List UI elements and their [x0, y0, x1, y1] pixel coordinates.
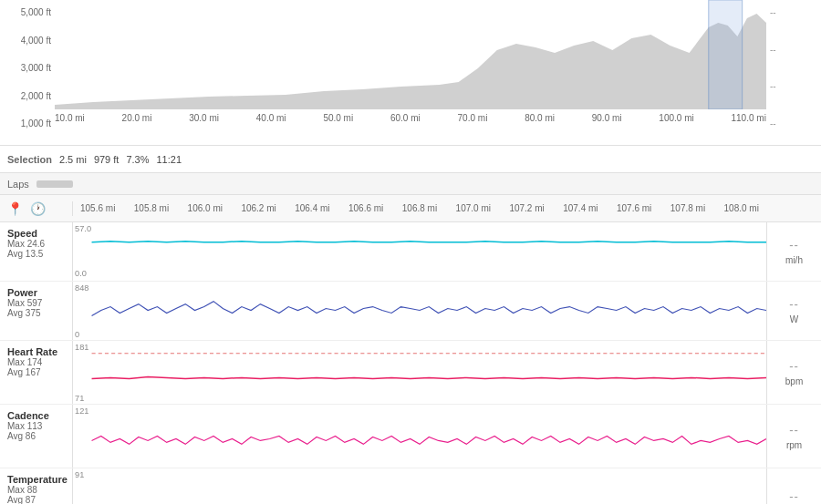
- temp-label: Temperature Max 88 Avg 87: [0, 468, 73, 504]
- y-label-4: 1,000 ft: [4, 118, 51, 129]
- legend-2: --: [770, 81, 814, 91]
- power-unit: W: [790, 314, 798, 324]
- cadence-avg: Avg 86: [7, 431, 65, 441]
- laps-progress-bar: [36, 180, 73, 188]
- speed-title: Speed: [7, 228, 65, 239]
- hr-right: -- bpm: [766, 341, 821, 404]
- dx-8: 107.2 mi: [509, 203, 544, 213]
- dx-9: 107.4 mi: [563, 203, 598, 213]
- dx-5: 106.6 mi: [348, 203, 383, 213]
- speed-dash: --: [789, 238, 799, 252]
- y-label-3: 2,000 ft: [4, 91, 51, 101]
- power-title: Power: [7, 287, 65, 298]
- overview-x-axis: 10.0 mi 20.0 mi 30.0 mi 40.0 mi 50.0 mi …: [55, 111, 766, 123]
- legend-3: --: [770, 118, 814, 129]
- x-label-0: 10.0 mi: [55, 113, 85, 123]
- laps-bar: Laps: [0, 173, 821, 195]
- y-label-2: 3,000 ft: [4, 63, 51, 73]
- svg-rect-1: [709, 0, 743, 109]
- selection-time: 11:21: [156, 154, 182, 165]
- x-label-7: 80.0 mi: [525, 113, 555, 123]
- detail-header: 📍 🕐 105.6 mi 105.8 mi 106.0 mi 106.2 mi …: [0, 195, 821, 222]
- x-label-2: 30.0 mi: [189, 113, 219, 123]
- speed-row: Speed Max 24.6 Avg 13.5 57.0 0.0 -- mi/h: [0, 222, 821, 282]
- overview-section: 5,000 ft 4,000 ft 3,000 ft 2,000 ft 1,00…: [0, 0, 821, 146]
- cadence-plot: 121: [73, 405, 766, 468]
- x-label-5: 60.0 mi: [390, 113, 421, 123]
- dx-7: 107.0 mi: [456, 203, 491, 213]
- svg-text:181: 181: [75, 343, 88, 352]
- detail-x-axis: 105.6 mi 105.8 mi 106.0 mi 106.2 mi 106.…: [73, 203, 766, 213]
- power-label: Power Max 597 Avg 375: [0, 282, 73, 340]
- svg-text:71: 71: [75, 394, 84, 403]
- hr-plot: 181 71: [73, 341, 766, 404]
- overview-right-legend: -- -- -- --: [766, 0, 821, 145]
- legend-0: --: [770, 7, 814, 17]
- dx-2: 106.0 mi: [188, 203, 223, 213]
- speed-y-bottom: 0.0: [75, 269, 87, 278]
- speed-max: Max 24.6: [7, 239, 65, 249]
- speed-unit: mi/h: [785, 255, 803, 265]
- dx-1: 105.8 mi: [134, 203, 169, 213]
- x-label-6: 70.0 mi: [458, 113, 488, 123]
- speed-plot: 57.0 0.0: [73, 222, 766, 281]
- temp-title: Temperature: [7, 474, 65, 485]
- selection-bar: Selection 2.5 mi 979 ft 7.3% 11:21: [0, 146, 821, 173]
- hr-max: Max 174: [7, 357, 65, 367]
- x-label-9: 100.0 mi: [659, 113, 693, 123]
- temp-max: Max 88: [7, 485, 65, 495]
- cadence-svg: 121: [73, 405, 766, 468]
- power-svg: 848 0: [73, 282, 766, 340]
- temp-svg: 91 66: [73, 468, 766, 504]
- heart-rate-row: Heart Rate Max 174 Avg 167 181 71 -- bpm: [0, 341, 821, 405]
- power-dash: --: [789, 297, 799, 311]
- overview-y-axis: 5,000 ft 4,000 ft 3,000 ft 2,000 ft 1,00…: [0, 0, 55, 145]
- power-row: Power Max 597 Avg 375 848 0 -- W: [0, 282, 821, 341]
- x-label-1: 20.0 mi: [122, 113, 152, 123]
- power-plot: 848 0: [73, 282, 766, 340]
- y-label-0: 5,000 ft: [4, 7, 51, 17]
- svg-marker-0: [55, 14, 766, 109]
- overview-chart[interactable]: 10.0 mi 20.0 mi 30.0 mi 40.0 mi 50.0 mi …: [55, 0, 766, 145]
- pin-icon[interactable]: 📍: [7, 201, 23, 216]
- speed-y-top: 57.0: [75, 224, 91, 233]
- svg-text:91: 91: [75, 470, 84, 479]
- x-label-8: 90.0 mi: [592, 113, 622, 123]
- hr-dash: --: [789, 359, 799, 373]
- y-label-1: 4,000 ft: [4, 36, 51, 46]
- hr-unit: bpm: [785, 376, 803, 386]
- dx-4: 106.4 mi: [295, 203, 329, 213]
- cadence-right: -- rpm: [766, 405, 821, 468]
- svg-text:121: 121: [75, 406, 88, 416]
- cadence-label: Cadence Max 113 Avg 86: [0, 405, 73, 468]
- temp-plot: 91 66: [73, 468, 766, 504]
- dx-3: 106.2 mi: [241, 203, 275, 213]
- cadence-dash: --: [789, 423, 799, 437]
- legend-1: --: [770, 45, 814, 55]
- x-label-3: 40.0 mi: [256, 113, 286, 123]
- hr-label: Heart Rate Max 174 Avg 167: [0, 341, 73, 404]
- svg-text:0: 0: [75, 330, 79, 339]
- hr-svg: 181 71: [73, 341, 766, 404]
- power-right: -- W: [766, 282, 821, 340]
- selection-grade: 7.3%: [126, 154, 149, 165]
- overview-svg[interactable]: [55, 0, 766, 109]
- laps-label: Laps: [7, 179, 29, 190]
- selection-label: Selection: [7, 154, 52, 165]
- temp-avg: Avg 87: [7, 495, 65, 504]
- dx-11: 107.8 mi: [670, 203, 705, 213]
- x-label-10: 110.0 mi: [732, 113, 766, 123]
- hr-title: Heart Rate: [7, 346, 65, 357]
- cadence-title: Cadence: [7, 410, 65, 421]
- power-avg: Avg 375: [7, 308, 65, 318]
- temp-dash: --: [789, 489, 799, 503]
- selection-elevation: 979 ft: [94, 154, 120, 165]
- dx-12: 108.0 mi: [724, 203, 759, 213]
- speed-avg: Avg 13.5: [7, 249, 65, 259]
- cadence-max: Max 113: [7, 421, 65, 431]
- dx-10: 107.6 mi: [617, 203, 651, 213]
- speed-svg: 57.0 0.0: [73, 222, 766, 281]
- dx-0: 105.6 mi: [80, 203, 115, 213]
- selection-distance: 2.5 mi: [59, 154, 87, 165]
- clock-icon[interactable]: 🕐: [30, 201, 46, 216]
